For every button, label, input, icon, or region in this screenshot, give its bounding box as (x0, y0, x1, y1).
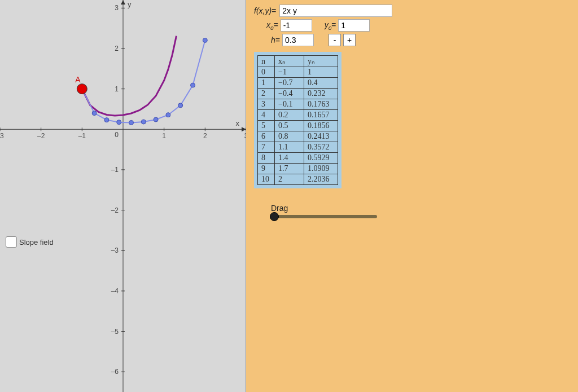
svg-point-41 (129, 120, 134, 125)
table-cell: 1.1 (275, 142, 304, 153)
table-cell: 1.7 (275, 164, 304, 174)
svg-marker-2 (242, 127, 246, 131)
table-cell: 1 (258, 78, 275, 89)
svg-point-43 (154, 117, 158, 122)
svg-text:0: 0 (115, 131, 119, 139)
table-row: 40.20.1657 (258, 110, 338, 121)
drag-slider-wrap: Drag (270, 204, 570, 218)
svg-point-38 (92, 111, 97, 116)
table-cell: 1.4 (275, 153, 304, 164)
drag-slider-label: Drag (271, 204, 570, 213)
svg-marker-3 (121, 0, 125, 5)
plot-svg: xy–3–2–1123321–1–2–3–4–5–60A (0, 0, 246, 392)
table-cell: 1 (304, 67, 338, 78)
svg-text:–2: –2 (37, 132, 45, 140)
table-cell: 0.8 (275, 131, 304, 142)
table-cell: 0.2413 (304, 131, 338, 142)
table-cell: 3 (258, 99, 275, 110)
table-cell: 10 (258, 174, 275, 185)
svg-point-39 (104, 118, 109, 122)
svg-text:–1: –1 (111, 166, 119, 174)
svg-point-47 (203, 38, 207, 42)
control-pane: f(x,y)= x0= y0= h= - + nxₙyₙ 0−111−0.70.… (246, 0, 578, 392)
table-header-0: n (258, 56, 275, 67)
table-row: 0−11 (258, 67, 338, 78)
table-row: 81.40.5929 (258, 153, 338, 164)
y0-input[interactable] (338, 19, 370, 32)
table-cell: 2.2036 (304, 174, 338, 185)
svg-text:–3: –3 (111, 246, 119, 254)
fxy-input[interactable] (279, 5, 392, 17)
table-cell: 0.5929 (304, 153, 338, 164)
table-cell: 9 (258, 164, 275, 174)
svg-point-44 (166, 113, 170, 117)
table-row: 1−0.70.4 (258, 78, 338, 89)
table-cell: 7 (258, 142, 275, 153)
svg-text:y: y (128, 0, 132, 8)
svg-text:x: x (236, 119, 240, 127)
table-cell: 0.5 (275, 121, 304, 131)
table-row: 50.50.1856 (258, 121, 338, 131)
svg-text:3: 3 (115, 4, 119, 12)
minus-button[interactable]: - (329, 34, 341, 46)
table-cell: −1 (275, 67, 304, 78)
svg-point-42 (141, 120, 146, 124)
svg-point-46 (191, 83, 195, 87)
table-row: 1022.2036 (258, 174, 338, 185)
slope-field-checkbox[interactable] (6, 236, 17, 248)
table-cell: −0.7 (275, 78, 304, 89)
fxy-label: f(x,y)= (254, 6, 276, 15)
table-cell: 5 (258, 121, 275, 131)
svg-text:1: 1 (115, 85, 119, 93)
table-header-2: yₙ (304, 56, 338, 67)
svg-point-40 (117, 120, 121, 125)
table-row: 3−0.10.1763 (258, 99, 338, 110)
svg-text:1: 1 (162, 132, 166, 140)
x0-label: x0= (266, 20, 278, 31)
table-row: 2−0.40.232 (258, 89, 338, 99)
table-cell: 6 (258, 131, 275, 142)
svg-point-48 (77, 84, 87, 94)
table-cell: −0.4 (275, 89, 304, 99)
y0-label: y0= (325, 20, 336, 31)
slope-field-checkbox-wrap[interactable]: Slope field (6, 236, 54, 248)
table-cell: 0.232 (304, 89, 338, 99)
x0-input[interactable] (281, 19, 312, 32)
euler-table-wrap: nxₙyₙ 0−111−0.70.42−0.40.2323−0.10.17634… (254, 52, 341, 188)
table-cell: 0.4 (304, 78, 338, 89)
table-cell: 0.2 (275, 110, 304, 121)
table-cell: 2 (258, 89, 275, 99)
plus-button[interactable]: + (343, 34, 356, 46)
h-label: h= (271, 36, 280, 45)
table-cell: 1.0909 (304, 164, 338, 174)
svg-text:–2: –2 (111, 206, 119, 214)
svg-text:–5: –5 (111, 328, 119, 336)
table-cell: 0.1657 (304, 110, 338, 121)
table-row: 71.10.3572 (258, 142, 338, 153)
table-cell: 8 (258, 153, 275, 164)
table-cell: 0.3572 (304, 142, 338, 153)
drag-slider-track[interactable] (270, 215, 377, 218)
table-cell: 0.1763 (304, 99, 338, 110)
svg-text:–3: –3 (0, 132, 4, 140)
table-cell: 0.1856 (304, 121, 338, 131)
svg-text:–4: –4 (111, 287, 119, 295)
slope-field-label: Slope field (19, 238, 54, 246)
svg-text:–6: –6 (111, 368, 119, 376)
drag-slider-thumb[interactable] (270, 212, 279, 221)
table-cell: 0 (258, 67, 275, 78)
svg-text:2: 2 (203, 132, 207, 140)
table-cell: −0.1 (275, 99, 304, 110)
graph-pane[interactable]: xy–3–2–1123321–1–2–3–4–5–60A Slope field (0, 0, 246, 392)
svg-point-45 (178, 103, 183, 108)
table-cell: 4 (258, 110, 275, 121)
table-row: 60.80.2413 (258, 131, 338, 142)
svg-text:2: 2 (115, 45, 119, 52)
table-cell: 2 (275, 174, 304, 185)
euler-table: nxₙyₙ 0−111−0.70.42−0.40.2323−0.10.17634… (257, 55, 338, 185)
table-row: 91.71.0909 (258, 164, 338, 174)
svg-text:A: A (75, 75, 81, 84)
table-header-1: xₙ (275, 56, 304, 67)
svg-text:–1: –1 (78, 132, 86, 140)
h-input[interactable] (282, 34, 314, 46)
